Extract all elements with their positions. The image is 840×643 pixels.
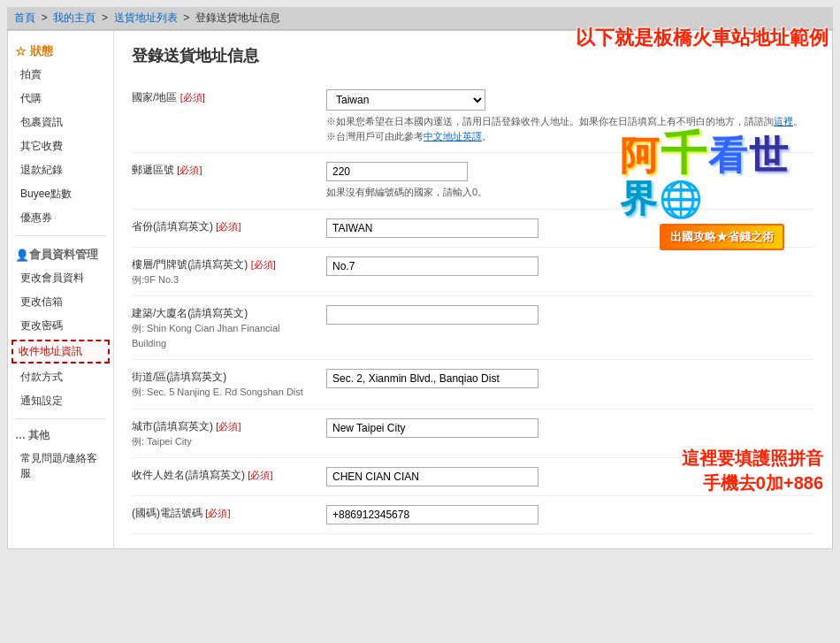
sidebar-divider-1 [15, 235, 106, 236]
province-label: 省份(請填寫英文) [必須] [132, 209, 326, 247]
annotation-top-right: 以下就是板橋火車站地址範例 [576, 26, 829, 51]
form-row-floor: 樓層/門牌號(請填寫英文) [必須] 例:9F No.3 [132, 247, 814, 296]
main-content: 以下就是板橋火車站地址範例 登錄送貨地址信息 阿千看世界🌐 出國攻略★省錢之術 … [114, 31, 832, 548]
sidebar-section-other: … 其他 [8, 425, 113, 447]
country-select[interactable]: Taiwan [326, 89, 485, 111]
sidebar-item-change-profile[interactable]: 更改會員資料 [8, 266, 113, 290]
sidebar-item-parcel[interactable]: 包裹資訊 [8, 111, 113, 134]
breadcrumb-mypage[interactable]: 我的主頁 [53, 11, 95, 24]
sidebar-item-change-password[interactable]: 更改密碼 [8, 314, 113, 338]
logo-text: 阿千看世界🌐 [620, 130, 823, 218]
sidebar-item-address[interactable]: 收件地址資訊 [11, 340, 110, 364]
logo-subtitle: 出國攻略★省錢之術 [660, 224, 784, 250]
breadcrumb-address-list[interactable]: 送貨地址列表 [114, 11, 178, 24]
annotation-line2: 手機去0加+886 [682, 471, 823, 495]
sidebar-item-change-email[interactable]: 更改信箱 [8, 290, 113, 314]
country-hint-link2[interactable]: 中文地址英譯 [424, 131, 482, 142]
city-input[interactable] [326, 418, 538, 438]
floor-input[interactable] [326, 256, 538, 276]
sidebar-item-other-fees[interactable]: 其它收費 [8, 134, 113, 158]
street-input[interactable] [326, 369, 538, 388]
form-row-street: 街道/區(請填寫英文) 例: Sec. 5 Nanjing E. Rd Song… [132, 360, 814, 410]
floor-input-cell [326, 247, 814, 296]
sidebar-item-auction[interactable]: 拍賣 [8, 63, 113, 87]
breadcrumb-current: 登錄送貨地址信息 [195, 11, 280, 24]
city-label: 城市(請填寫英文) [必須] 例: Taipei City [132, 409, 326, 458]
sidebar: ☆ 狀態 拍賣 代購 包裹資訊 其它收費 退款紀錄 Buyee點數 優惠券 👤 … [8, 31, 114, 548]
floor-label: 樓層/門牌號(請填寫英文) [必須] 例:9F No.3 [132, 247, 326, 296]
sidebar-item-points[interactable]: Buyee點數 [8, 182, 113, 206]
logo-globe-icon: 🌐 [659, 180, 705, 218]
sidebar-item-coupons[interactable]: 優惠券 [8, 206, 113, 230]
country-label: 國家/地區 [必須] [132, 80, 326, 153]
sidebar-item-notifications[interactable]: 通知設定 [8, 389, 113, 413]
street-input-cell [326, 360, 814, 410]
recipient-label: 收件人姓名(請填寫英文) [必須] [132, 458, 326, 496]
sidebar-item-payment[interactable]: 付款方式 [8, 365, 113, 389]
phone-label: (國碼)電話號碼 [必須] [132, 496, 326, 534]
main-layout: ☆ 狀態 拍賣 代購 包裹資訊 其它收費 退款紀錄 Buyee點數 優惠券 👤 … [7, 30, 833, 549]
annotation-bottom-right: 這裡要填護照拼音 手機去0加+886 [682, 446, 823, 495]
building-label: 建築/大廈名(請填寫英文) 例: Shin Kong Cian Jhan Fin… [132, 296, 326, 360]
zip-label: 郵遞區號 [必須] [132, 153, 326, 210]
form-row-building: 建築/大廈名(請填寫英文) 例: Shin Kong Cian Jhan Fin… [132, 296, 814, 360]
building-input-cell [326, 296, 814, 360]
sidebar-section-account: 👤 會員資料管理 [8, 241, 113, 266]
phone-input-cell [326, 496, 814, 534]
sidebar-section-status: ☆ 狀態 [8, 38, 113, 63]
page-wrapper: 首頁 > 我的主頁 > 送貨地址列表 > 登錄送貨地址信息 ☆ 狀態 拍賣 代購… [0, 0, 840, 556]
account-icon: 👤 [15, 249, 29, 262]
sidebar-divider-2 [15, 418, 106, 419]
sidebar-item-faq[interactable]: 常見問題/連絡客服 [8, 447, 113, 486]
status-icon: ☆ [15, 44, 27, 58]
logo-area: 阿千看世界🌐 出國攻略★省錢之術 [620, 128, 823, 252]
breadcrumb-home[interactable]: 首頁 [14, 11, 35, 24]
street-label: 街道/區(請填寫英文) 例: Sec. 5 Nanjing E. Rd Song… [132, 360, 326, 410]
building-input[interactable] [326, 305, 538, 325]
sidebar-item-proxy[interactable]: 代購 [8, 87, 113, 111]
recipient-input[interactable] [326, 467, 538, 486]
province-input[interactable] [326, 218, 538, 238]
zip-input[interactable] [326, 162, 468, 181]
sidebar-item-refunds[interactable]: 退款紀錄 [8, 158, 113, 182]
annotation-line1: 這裡要填護照拼音 [682, 446, 823, 471]
form-row-phone: (國碼)電話號碼 [必須] [132, 496, 814, 534]
country-hint-link1[interactable]: 這裡 [774, 116, 793, 126]
phone-input[interactable] [326, 505, 538, 524]
